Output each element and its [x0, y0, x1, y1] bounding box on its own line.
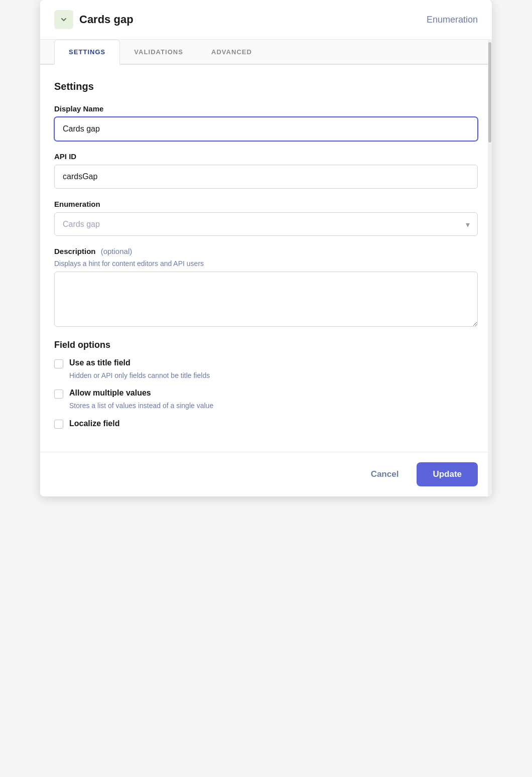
description-optional: (optional) — [101, 247, 132, 255]
tab-advanced[interactable]: ADVANCED — [197, 40, 266, 65]
field-options-section: Field options Use as title field Hidden … — [54, 340, 478, 429]
tabs-container: SETTINGS VALIDATIONS ADVANCED — [40, 40, 492, 65]
api-id-input[interactable] — [54, 165, 478, 189]
modal-header: Cards gap Enumeration — [40, 0, 492, 40]
allow-multiple-group: Allow multiple values Stores a list of v… — [54, 388, 478, 410]
use-title-field-hint: Hidden or API only fields cannot be titl… — [69, 371, 478, 379]
use-title-field-row: Use as title field — [54, 358, 478, 368]
modal-content: Settings Display Name API ID Enumeration… — [40, 65, 492, 452]
description-group: Description (optional) Displays a hint f… — [54, 247, 478, 329]
enumeration-select[interactable]: Cards gap — [54, 212, 478, 236]
enumeration-group: Enumeration Cards gap ▾ — [54, 200, 478, 236]
modal-footer: Cancel Update — [40, 452, 492, 496]
field-options-title: Field options — [54, 340, 478, 350]
use-title-field-checkbox[interactable] — [54, 359, 63, 368]
allow-multiple-hint: Stores a list of values instead of a sin… — [69, 402, 478, 410]
chevron-down-icon[interactable] — [54, 10, 73, 29]
scroll-thumb — [488, 42, 491, 143]
allow-multiple-row: Allow multiple values — [54, 388, 478, 399]
localize-field-group: Localize field — [54, 419, 478, 429]
display-name-input[interactable] — [54, 117, 478, 141]
api-id-group: API ID — [54, 152, 478, 189]
allow-multiple-checkbox[interactable] — [54, 390, 63, 399]
section-title: Settings — [54, 81, 478, 92]
description-hint: Displays a hint for content editors and … — [54, 260, 478, 268]
modal-container: Cards gap Enumeration SETTINGS VALIDATIO… — [40, 0, 492, 496]
scrollbar[interactable] — [488, 40, 492, 496]
enumeration-label: Enumeration — [54, 200, 478, 208]
use-title-field-label: Use as title field — [69, 358, 130, 367]
description-label: Description (optional) — [54, 247, 478, 255]
description-textarea[interactable] — [54, 272, 478, 327]
localize-field-label: Localize field — [69, 419, 119, 428]
enumeration-select-wrapper: Cards gap ▾ — [54, 212, 478, 236]
allow-multiple-label: Allow multiple values — [69, 388, 151, 398]
cancel-button[interactable]: Cancel — [361, 463, 409, 485]
tab-validations[interactable]: VALIDATIONS — [120, 40, 197, 65]
display-name-group: Display Name — [54, 104, 478, 141]
localize-field-row: Localize field — [54, 419, 478, 429]
api-id-label: API ID — [54, 152, 478, 161]
use-title-field-group: Use as title field Hidden or API only fi… — [54, 358, 478, 379]
update-button[interactable]: Update — [417, 462, 478, 486]
modal-type: Enumeration — [427, 15, 478, 25]
modal-title: Cards gap — [79, 13, 134, 26]
tab-settings[interactable]: SETTINGS — [54, 40, 120, 65]
header-left: Cards gap — [54, 10, 134, 29]
display-name-label: Display Name — [54, 104, 478, 113]
localize-field-checkbox[interactable] — [54, 420, 63, 429]
